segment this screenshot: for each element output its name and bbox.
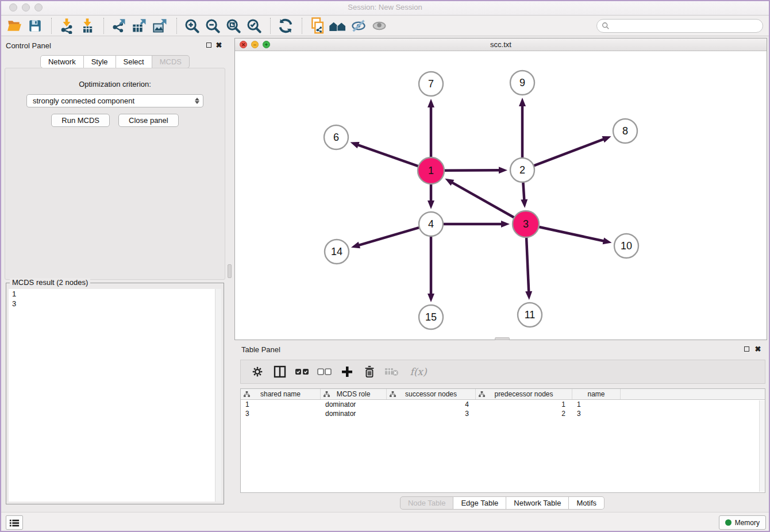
open-session-icon[interactable] [5,17,24,34]
svg-text:15: 15 [425,311,437,323]
result-scrollbar[interactable] [215,289,221,502]
tab-mcds[interactable]: MCDS [152,55,190,68]
delete-table-icon [383,364,401,380]
svg-text:14: 14 [331,246,342,257]
zoom-in-icon[interactable] [182,17,202,34]
tab-network[interactable]: Network [40,55,84,68]
table-cell[interactable]: 3 [387,409,476,418]
graph-node-1[interactable]: 1 [418,157,444,184]
refresh-icon[interactable] [276,17,295,34]
mcds-result-list[interactable]: 13 [9,289,221,502]
graph-edge-3-1[interactable] [452,182,516,218]
tab-edge-table[interactable]: Edge Table [453,496,506,510]
export-table-icon[interactable] [130,17,149,34]
clone-network-icon[interactable] [307,17,327,34]
graph-edge-2-8[interactable] [532,139,605,167]
graph-arrowhead [499,167,507,174]
network-window-titlebar[interactable]: ✕ − + scc.txt [235,38,767,51]
zoom-selected-icon[interactable] [244,17,264,34]
graph-node-6[interactable]: 6 [324,125,348,149]
close-panel-icon[interactable]: ✖ [215,41,223,49]
table-cell[interactable]: 1 [241,400,321,409]
delete-trash-icon[interactable] [361,364,378,380]
graph-edge-1-2[interactable] [442,170,500,171]
panel-splitter-handle[interactable] [228,264,232,278]
task-history-button[interactable] [6,515,23,530]
graph-node-9[interactable]: 9 [510,71,534,95]
graph-node-3[interactable]: 3 [513,211,539,237]
graph-arrowhead [445,179,454,186]
zoom-out-icon[interactable] [203,17,222,34]
float-panel-icon[interactable] [205,41,213,49]
export-image-icon[interactable] [151,17,170,34]
graph-arrowhead [501,221,510,228]
hide-selected-icon[interactable] [349,17,368,34]
table-cell[interactable]: 2 [476,409,572,418]
node-table[interactable]: shared nameMCDS rolesuccessor nodesprede… [240,388,765,493]
column-header-successor-nodes[interactable]: successor nodes [387,389,476,399]
table-cell[interactable]: dominator [321,400,387,409]
graph-node-11[interactable]: 11 [518,303,542,327]
graph-node-15[interactable]: 15 [419,305,443,329]
table-cell[interactable]: 3 [572,409,621,418]
graph-node-14[interactable]: 14 [325,240,349,264]
add-column-icon[interactable] [338,364,356,380]
export-network-icon[interactable] [109,17,129,34]
network-canvas[interactable]: 7968124314101511 [235,51,767,340]
status-bar: Memory [0,512,770,532]
table-cell[interactable]: 1 [476,400,572,409]
group-nodes-icon[interactable] [328,17,348,34]
result-item[interactable]: 1 [9,289,221,299]
column-header-predecessor-nodes[interactable]: predecessor nodes [476,389,572,399]
close-panel-icon[interactable]: ✖ [754,345,762,353]
close-panel-button[interactable]: Close panel [118,114,179,127]
table-row[interactable]: 3dominator323 [241,409,765,418]
graph-edge-2-3[interactable] [523,180,524,201]
graph-node-7[interactable]: 7 [419,72,443,96]
column-header-shared-name[interactable]: shared name [241,389,321,399]
run-mcds-button[interactable]: Run MCDS [51,114,110,127]
control-panel-title: Control Panel [6,41,51,50]
import-network-icon[interactable] [57,17,76,34]
graph-edge-3-11[interactable] [526,236,529,292]
table-cell[interactable]: dominator [321,409,387,418]
svg-text:7: 7 [428,78,434,90]
save-session-icon[interactable] [25,17,45,34]
memory-button[interactable]: Memory [719,515,766,530]
deselect-rows-icon[interactable] [316,364,333,380]
table-cell[interactable]: 4 [387,400,476,409]
graph-edge-1-6[interactable] [357,145,420,167]
table-row[interactable]: 1dominator411 [241,400,765,409]
tab-select[interactable]: Select [116,55,152,68]
search-input[interactable] [596,19,763,33]
gear-icon[interactable] [249,364,266,380]
hierarchy-icon [244,391,250,398]
tab-motifs[interactable]: Motifs [569,496,605,510]
column-header-name[interactable]: name [572,389,621,399]
tab-node-table[interactable]: Node Table [400,496,454,510]
float-panel-icon[interactable] [742,345,750,353]
select-all-rows-icon[interactable] [294,364,311,380]
horizontal-splitter-handle[interactable] [495,337,510,340]
list-icon [9,518,20,527]
table-scrollbar[interactable] [759,400,765,492]
graph-node-2[interactable]: 2 [510,158,534,182]
column-header-MCDS-role[interactable]: MCDS role [321,389,387,399]
search-icon [602,22,610,30]
graph-node-10[interactable]: 10 [614,234,638,258]
graph-node-8[interactable]: 8 [613,119,637,143]
mcds-panel: Optimization criterion: strongly connect… [5,68,225,280]
tab-network-table[interactable]: Network Table [506,496,569,510]
result-item[interactable]: 3 [9,299,221,309]
criterion-dropdown[interactable]: strongly connected component [26,94,203,107]
tab-style[interactable]: Style [84,55,116,68]
graph-edge-4-14[interactable] [358,227,421,245]
memory-label: Memory [735,519,760,527]
graph-edge-3-10[interactable] [537,226,605,241]
table-cell[interactable]: 1 [572,400,621,409]
graph-node-4[interactable]: 4 [419,212,443,236]
split-columns-icon[interactable] [271,364,288,380]
import-table-icon[interactable] [78,17,97,34]
zoom-fit-icon[interactable] [224,17,243,34]
table-cell[interactable]: 3 [241,409,321,418]
